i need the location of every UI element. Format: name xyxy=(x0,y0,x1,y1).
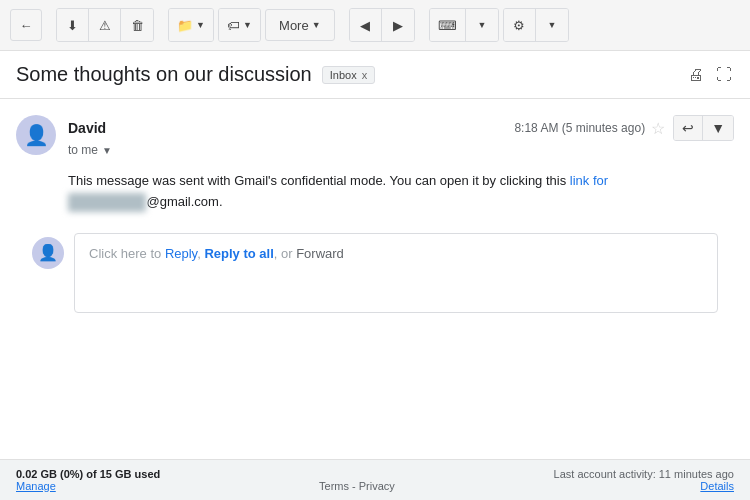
report-icon: ⚠ xyxy=(99,18,111,33)
message-meta: David 8:18 AM (5 minutes ago) ☆ ↩ ▼ xyxy=(68,115,734,157)
back-icon: ← xyxy=(20,18,33,33)
print-icon: 🖨 xyxy=(688,66,704,83)
reply-avatar-icon: 👤 xyxy=(38,243,58,262)
expand-icon: ⛶ xyxy=(716,66,732,83)
settings-button[interactable]: ⚙ xyxy=(504,9,536,41)
folder-icon: 📁 xyxy=(177,18,193,33)
next-button[interactable]: ▶ xyxy=(382,9,414,41)
reply-box[interactable]: Click here to Reply, Reply to all, or Fo… xyxy=(74,233,718,313)
report-button[interactable]: ⚠ xyxy=(89,9,121,41)
body-suffix: . xyxy=(219,194,223,209)
reply-more-button[interactable]: ▼ xyxy=(703,116,733,140)
footer: 0.02 GB (0%) of 15 GB used Manage Terms … xyxy=(0,459,750,500)
move-button[interactable]: 📁 ▼ xyxy=(169,9,213,41)
footer-right: Last account activity: 11 minutes ago De… xyxy=(554,468,734,492)
action-group: ⬇ ⚠ 🗑 xyxy=(56,8,154,42)
reply-button-group: ↩ ▼ xyxy=(673,115,734,141)
reply-header-button[interactable]: ↩ xyxy=(674,116,703,140)
archive-icon: ⬇ xyxy=(67,18,78,33)
move-group: 📁 ▼ xyxy=(168,8,214,42)
message-header: 👤 David 8:18 AM (5 minutes ago) ☆ ↩ ▼ xyxy=(16,115,734,157)
print-arrow-button[interactable]: ▼ xyxy=(466,9,498,41)
forward-link[interactable]: Forward xyxy=(296,246,344,261)
manage-link[interactable]: Manage xyxy=(16,480,56,492)
privacy-link[interactable]: Privacy xyxy=(359,480,395,492)
body-prefix: This message was sent with Gmail's confi… xyxy=(68,173,570,188)
to-line: to me ▼ xyxy=(68,143,734,157)
subject-bar: Some thoughts on our discussion Inbox x … xyxy=(0,51,750,99)
settings-arrow-button[interactable]: ▼ xyxy=(536,9,568,41)
settings-group: ⚙ ▼ xyxy=(503,8,569,42)
sender-line: David 8:18 AM (5 minutes ago) ☆ ↩ ▼ xyxy=(68,115,734,141)
inbox-badge: Inbox x xyxy=(322,66,375,84)
print-group: ⌨ ▼ xyxy=(429,8,499,42)
label-group: 🏷 ▼ xyxy=(218,8,261,42)
reply-placeholder-prefix: Click here to xyxy=(89,246,165,261)
reply-link[interactable]: Reply xyxy=(165,246,197,261)
toolbar: ← ⬇ ⚠ 🗑 📁 ▼ 🏷 ▼ More ▼ ◀ ▶ xyxy=(0,0,750,51)
to-label: to me xyxy=(68,143,98,157)
sender-avatar: 👤 xyxy=(16,115,56,155)
domain-text: @gmail.com xyxy=(146,194,218,209)
star-button[interactable]: ☆ xyxy=(651,119,665,138)
confidential-link[interactable]: link for xyxy=(570,173,608,188)
label-close-button[interactable]: x xyxy=(362,69,368,81)
more-arrow: ▼ xyxy=(312,20,321,30)
storage-info: 0.02 GB (0%) of 15 GB used xyxy=(16,468,160,480)
inbox-label: Inbox xyxy=(330,69,357,81)
label-button[interactable]: 🏷 ▼ xyxy=(219,9,260,41)
avatar-icon: 👤 xyxy=(24,123,49,147)
message-time: 8:18 AM (5 minutes ago) xyxy=(514,121,645,135)
blurred-email: ■■■■■■■■■■ xyxy=(68,193,146,212)
move-arrow: ▼ xyxy=(196,20,205,30)
prev-button[interactable]: ◀ xyxy=(350,9,382,41)
email-subject: Some thoughts on our discussion xyxy=(16,63,312,86)
print-dropdown-icon: ▼ xyxy=(477,20,486,30)
message-area: 👤 David 8:18 AM (5 minutes ago) ☆ ↩ ▼ xyxy=(0,99,750,459)
terms-link[interactable]: Terms xyxy=(319,480,349,492)
or-text: , or xyxy=(274,246,296,261)
more-button[interactable]: More ▼ xyxy=(265,9,335,41)
prev-icon: ◀ xyxy=(360,18,370,33)
message-body: This message was sent with Gmail's confi… xyxy=(68,171,734,213)
sender-name: David xyxy=(68,120,106,136)
delete-icon: 🗑 xyxy=(131,18,144,33)
more-label: More xyxy=(279,18,309,33)
settings-dropdown-icon: ▼ xyxy=(547,20,556,30)
details-link[interactable]: Details xyxy=(554,480,734,492)
keyboard-icon: ⌨ xyxy=(438,18,457,33)
footer-separator: - xyxy=(349,480,359,492)
label-arrow: ▼ xyxy=(243,20,252,30)
reply-avatar: 👤 xyxy=(32,237,64,269)
expand-button[interactable]: ⛶ xyxy=(714,64,734,86)
tag-icon: 🏷 xyxy=(227,18,240,33)
footer-left: 0.02 GB (0%) of 15 GB used Manage xyxy=(16,468,160,492)
subject-icons: 🖨 ⛶ xyxy=(686,64,734,86)
archive-button[interactable]: ⬇ xyxy=(57,9,89,41)
reply-area: 👤 Click here to Reply, Reply to all, or … xyxy=(32,233,718,313)
back-button[interactable]: ← xyxy=(10,9,42,41)
reply-icon: ↩ xyxy=(682,120,694,136)
reply-dropdown-icon: ▼ xyxy=(711,120,725,136)
footer-center: Terms - Privacy xyxy=(319,480,395,492)
reply-all-link[interactable]: Reply to all xyxy=(204,246,273,261)
nav-group: ◀ ▶ xyxy=(349,8,415,42)
delete-button[interactable]: 🗑 xyxy=(121,9,153,41)
print-button[interactable]: ⌨ xyxy=(430,9,466,41)
next-icon: ▶ xyxy=(393,18,403,33)
print-email-button[interactable]: 🖨 xyxy=(686,64,706,86)
to-dropdown-button[interactable]: ▼ xyxy=(102,145,112,156)
gear-icon: ⚙ xyxy=(513,18,525,33)
email-content: Some thoughts on our discussion Inbox x … xyxy=(0,51,750,500)
last-activity-text: Last account activity: 11 minutes ago xyxy=(554,468,734,480)
